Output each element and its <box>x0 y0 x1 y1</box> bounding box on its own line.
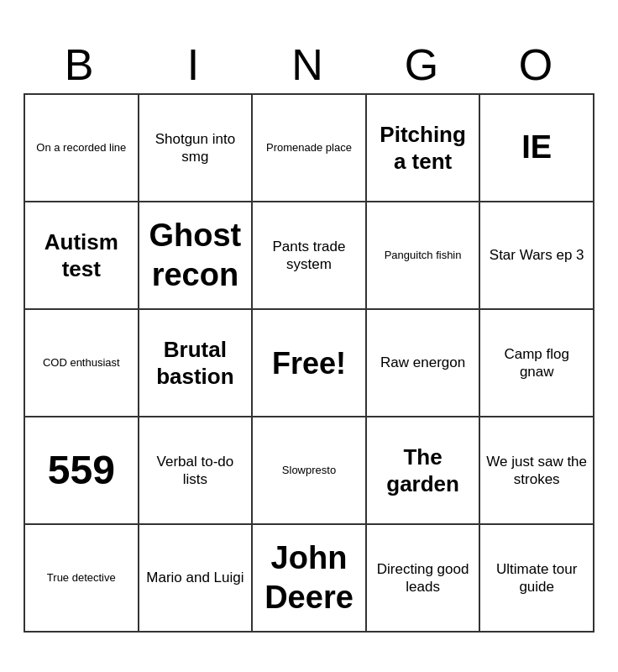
bingo-cell-24: Ultimate tour guide <box>480 525 594 633</box>
bingo-cell-1: Shotgun into smg <box>139 95 254 202</box>
bingo-cell-5: Autism test <box>25 202 139 310</box>
bingo-cell-10: COD enthusiast <box>25 310 139 417</box>
bingo-cell-6: Ghost recon <box>139 202 254 310</box>
bingo-cell-3: Pitching a tent <box>367 95 481 202</box>
bingo-cell-2: Promenade place <box>253 95 367 202</box>
cell-text-13: Raw energon <box>380 354 465 371</box>
cell-text-16: Verbal to-do lists <box>144 453 247 489</box>
cell-text-22: John Deere <box>258 538 360 618</box>
cell-text-24: Ultimate tour guide <box>485 560 588 596</box>
bingo-cell-0: On a recorded line <box>25 95 139 202</box>
bingo-cell-21: Mario and Luigi <box>139 525 254 633</box>
cell-text-21: Mario and Luigi <box>146 569 244 586</box>
cell-text-2: Promenade place <box>266 141 352 155</box>
bingo-cell-20: True detective <box>25 525 139 633</box>
cell-text-23: Directing good leads <box>372 560 474 596</box>
bingo-cell-13: Raw energon <box>367 310 481 417</box>
bingo-cell-23: Directing good leads <box>367 525 481 633</box>
cell-text-0: On a recorded line <box>36 141 126 155</box>
cell-text-18: The garden <box>372 444 474 498</box>
bingo-cell-8: Panguitch fishin <box>367 202 481 310</box>
header-letter-I: I <box>140 39 249 90</box>
bingo-card: BINGO On a recorded lineShotgun into smg… <box>15 31 603 641</box>
bingo-cell-16: Verbal to-do lists <box>139 417 254 525</box>
cell-text-19: We just saw the strokes <box>485 453 588 489</box>
cell-text-17: Slowpresto <box>282 464 336 477</box>
cell-text-1: Shotgun into smg <box>144 130 247 166</box>
cell-text-11: Brutal bastion <box>144 336 247 391</box>
cell-text-9: Star Wars ep 3 <box>490 246 584 264</box>
header-letter-N: N <box>254 39 364 90</box>
header-letter-O: O <box>483 39 592 90</box>
cell-text-8: Panguitch fishin <box>385 249 462 262</box>
bingo-cell-14: Camp flog gnaw <box>480 310 594 417</box>
cell-text-7: Pants trade system <box>258 238 360 274</box>
cell-text-3: Pitching a tent <box>372 121 474 176</box>
bingo-cell-18: The garden <box>367 417 481 525</box>
header-letter-G: G <box>369 39 478 90</box>
bingo-grid: On a recorded lineShotgun into smgPromen… <box>24 93 594 633</box>
bingo-cell-7: Pants trade system <box>253 202 367 310</box>
header-letter-B: B <box>26 39 135 90</box>
bingo-cell-4: IE <box>480 95 594 202</box>
bingo-cell-15: 559 <box>25 417 139 525</box>
cell-text-14: Camp flog gnaw <box>485 345 588 381</box>
bingo-cell-11: Brutal bastion <box>139 310 254 417</box>
bingo-cell-12: Free! <box>253 310 367 417</box>
cell-text-10: COD enthusiast <box>43 356 120 370</box>
cell-text-4: IE <box>521 128 552 168</box>
cell-text-12: Free! <box>272 344 346 382</box>
cell-text-15: 559 <box>48 445 115 496</box>
bingo-cell-19: We just saw the strokes <box>480 417 594 525</box>
bingo-header: BINGO <box>24 39 594 90</box>
cell-text-6: Ghost recon <box>144 216 247 296</box>
bingo-cell-17: Slowpresto <box>253 417 367 525</box>
bingo-cell-9: Star Wars ep 3 <box>480 202 594 310</box>
cell-text-5: Autism test <box>30 228 133 283</box>
cell-text-20: True detective <box>47 571 116 585</box>
bingo-cell-22: John Deere <box>253 525 367 633</box>
